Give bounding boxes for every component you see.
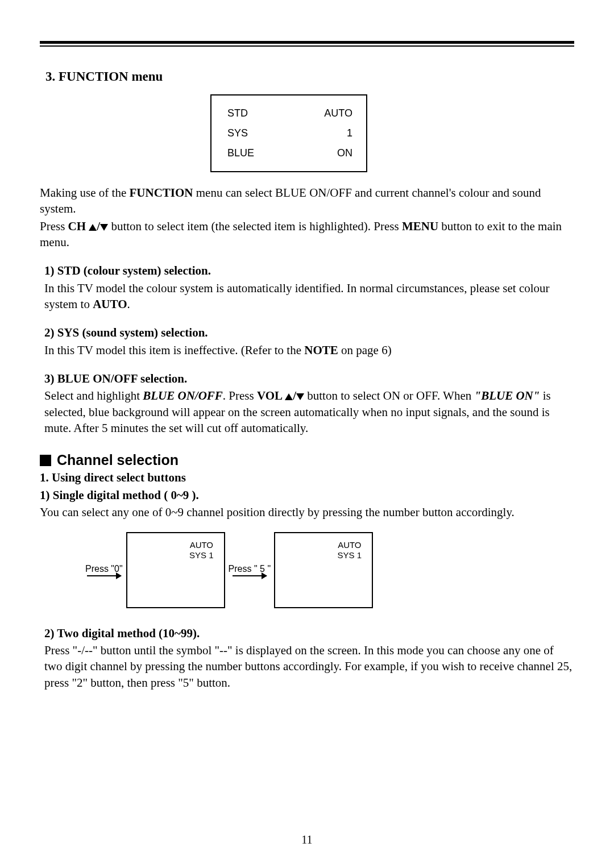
text: AUTO — [338, 540, 362, 550]
single-digit-diagram: Press "0" AUTO SYS 1 Press " 5 " AUTO SY… — [85, 532, 574, 608]
text-bold: FUNCTION — [129, 186, 193, 200]
sub-title: 3) BLUE ON/OFF selection. — [44, 371, 574, 387]
menu-label: STD — [227, 107, 248, 119]
section-heading: 3. FUNCTION menu — [45, 69, 574, 84]
sub-heading: 1) Single digital method ( 0~9 ). — [40, 487, 574, 503]
text: button to select item (the selected item… — [108, 219, 402, 233]
menu-row: SYS 1 — [227, 123, 352, 143]
text-bold-italic: BLUE ON/OFF — [143, 389, 223, 402]
arrow-right-icon — [233, 575, 267, 576]
menu-label: SYS — [227, 127, 248, 139]
text: SYS 1 — [189, 550, 214, 560]
sub-title: 2) SYS (sound system) selection. — [44, 325, 574, 340]
sub-body: Select and highlight BLUE ON/OFF. Press … — [44, 388, 574, 436]
intro-para-1: Making use of the FUNCTION menu can sele… — [40, 185, 574, 217]
tv-screen-box: AUTO SYS 1 — [274, 532, 373, 608]
tv-screen-text: AUTO SYS 1 — [189, 540, 214, 560]
menu-value: ON — [337, 147, 352, 159]
sub-heading: 1. Using direct select buttons — [40, 470, 574, 485]
text: on page 6) — [338, 343, 392, 357]
text: button to select ON or OFF. When — [304, 389, 475, 402]
text: . — [127, 297, 130, 311]
text-bold: VOL — [257, 389, 285, 402]
triangle-up-icon — [89, 224, 97, 231]
text: Select and highlight — [44, 389, 143, 402]
text-bold-italic: "BLUE ON" — [474, 389, 540, 402]
sub-title: 1) STD (colour system) selection. — [44, 263, 574, 279]
text: . Press — [223, 389, 257, 402]
text: Press — [40, 219, 68, 233]
top-rule — [40, 41, 574, 47]
text-bold: CH — [68, 219, 89, 233]
channel-selection-heading: Channel selection — [40, 452, 574, 468]
body-text: Press "-/--" button until the symbol "--… — [44, 642, 574, 691]
press-step: Press " 5 " — [229, 564, 271, 576]
body-text: You can select any one of 0~9 channel po… — [40, 504, 574, 520]
sub-heading: 2) Two digital method (10~99). — [44, 625, 574, 641]
manual-page: 3. FUNCTION menu STD AUTO SYS 1 BLUE ON … — [0, 0, 614, 868]
tv-screen-box: AUTO SYS 1 — [126, 532, 225, 608]
text: In this TV model this item is ineffectiv… — [44, 343, 304, 357]
menu-row: STD AUTO — [227, 103, 352, 123]
text: Making use of the — [40, 186, 129, 200]
menu-value: 1 — [347, 127, 352, 139]
menu-value: AUTO — [324, 107, 352, 119]
text-bold: AUTO — [93, 297, 127, 311]
triangle-up-icon — [285, 393, 293, 400]
subsection-std: 1) STD (colour system) selection. In thi… — [44, 263, 574, 312]
section-title: Channel selection — [57, 452, 179, 468]
menu-label: BLUE — [227, 147, 254, 159]
text-bold: NOTE — [304, 343, 338, 357]
triangle-down-icon — [100, 224, 108, 231]
arrow-right-icon — [87, 575, 121, 576]
press-step: Press "0" — [85, 564, 123, 576]
subsection-blue: 3) BLUE ON/OFF selection. Select and hig… — [44, 371, 574, 436]
function-menu-box: STD AUTO SYS 1 BLUE ON — [210, 94, 367, 172]
sub-body: In this TV model this item is ineffectiv… — [44, 342, 574, 358]
tv-screen-text: AUTO SYS 1 — [338, 540, 362, 560]
subsection-sys: 2) SYS (sound system) selection. In this… — [44, 325, 574, 358]
triangle-down-icon — [296, 393, 304, 400]
text: SYS 1 — [338, 550, 362, 560]
text-bold: MENU — [402, 219, 438, 233]
intro-para-2: Press CH / button to select item (the se… — [40, 218, 574, 251]
sub-body: In this TV model the colour system is au… — [44, 280, 574, 313]
text: AUTO — [189, 540, 214, 550]
page-number: 11 — [0, 833, 614, 846]
menu-row: BLUE ON — [227, 143, 352, 163]
square-bullet-icon — [40, 455, 51, 466]
